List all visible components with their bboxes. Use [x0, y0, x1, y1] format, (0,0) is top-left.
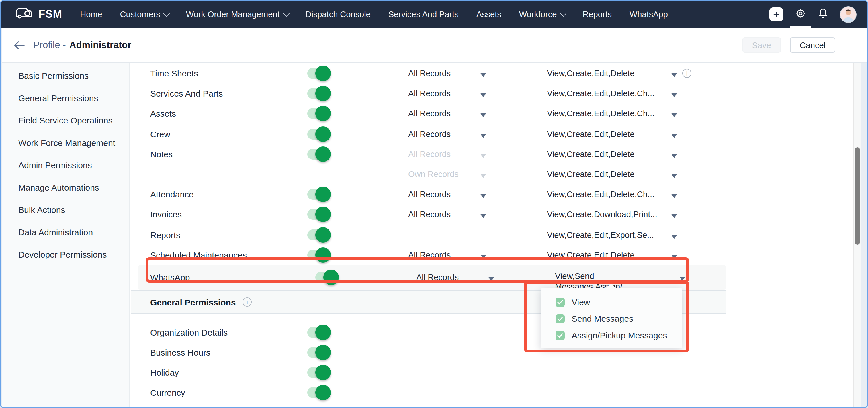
- triangle-glyph: [489, 277, 494, 281]
- nav-item-dispatch-console[interactable]: Dispatch Console: [305, 10, 370, 19]
- dropdown-arrow-icon[interactable]: [480, 130, 486, 140]
- quick-add-button[interactable]: +: [769, 7, 783, 21]
- nav-item-workforce[interactable]: Workforce: [519, 10, 565, 19]
- dropdown-arrow-icon[interactable]: [671, 89, 677, 100]
- nav-item-home[interactable]: Home: [80, 10, 102, 19]
- toggle-knob: [315, 207, 331, 222]
- dropdown-arrow-icon[interactable]: [671, 251, 677, 261]
- permissions-select[interactable]: View,Create,Edit,Delete,Ch...: [547, 89, 654, 98]
- toggle-switch-on[interactable]: [307, 347, 329, 358]
- nav-item-assets[interactable]: Assets: [476, 10, 501, 19]
- toggle-switch-on[interactable]: [307, 149, 329, 160]
- dropdown-arrow-icon[interactable]: [480, 210, 486, 221]
- sidebar-item-bulk-actions[interactable]: Bulk Actions: [18, 205, 65, 215]
- triangle-glyph: [480, 194, 486, 198]
- dropdown-option-send-messages[interactable]: Send Messages: [556, 314, 633, 323]
- dropdown-option-view[interactable]: View: [556, 297, 590, 307]
- dropdown-arrow-icon[interactable]: [480, 89, 486, 100]
- nav-item-whatsapp[interactable]: WhatsApp: [629, 10, 668, 19]
- nav-item-reports[interactable]: Reports: [583, 10, 612, 19]
- dropdown-arrow-icon[interactable]: [480, 190, 486, 200]
- records-scope-select[interactable]: All Records: [408, 210, 451, 219]
- permissions-select[interactable]: View,Create,Edit,Delete: [547, 150, 635, 159]
- dropdown-arrow-icon[interactable]: [671, 130, 677, 140]
- checkbox-checked-icon[interactable]: [556, 297, 565, 307]
- permissions-select[interactable]: View,Create,Edit,Delete: [547, 69, 635, 78]
- module-row-time-sheets: Time SheetsAll RecordsView,Create,Edit,D…: [130, 63, 853, 83]
- sidebar-item-field-service-operations[interactable]: Field Service Operations: [18, 116, 113, 125]
- sidebar-item-admin-permissions[interactable]: Admin Permissions: [18, 160, 92, 170]
- toggle-knob: [315, 345, 331, 360]
- save-button[interactable]: Save: [742, 37, 781, 53]
- toggle-switch-on[interactable]: [307, 88, 329, 99]
- info-icon[interactable]: i: [682, 69, 691, 78]
- dropdown-arrow-icon[interactable]: [480, 69, 486, 80]
- records-scope-select[interactable]: All Records: [408, 69, 451, 78]
- records-scope-select[interactable]: All Records: [408, 89, 451, 98]
- back-arrow-icon[interactable]: [14, 40, 25, 50]
- toggle-switch-on[interactable]: [307, 387, 329, 398]
- scrollbar-thumb[interactable]: [855, 147, 860, 245]
- dropdown-arrow-icon[interactable]: [671, 170, 677, 181]
- sidebar-item-data-administration[interactable]: Data Administration: [18, 227, 93, 237]
- permissions-select[interactable]: View,Create,Edit,Delete: [547, 250, 635, 259]
- cancel-button[interactable]: Cancel: [790, 37, 835, 53]
- records-scope-select[interactable]: All Records: [408, 250, 451, 259]
- toggle-switch-on[interactable]: [307, 250, 329, 260]
- brand[interactable]: FSM: [15, 6, 62, 22]
- sidebar-item-basic-permissions[interactable]: Basic Permissions: [18, 71, 89, 81]
- dropdown-arrow-icon[interactable]: [480, 170, 486, 181]
- toggle-switch-on[interactable]: [315, 272, 337, 283]
- records-scope-select[interactable]: All Records: [408, 129, 451, 138]
- toggle-switch-on[interactable]: [307, 229, 329, 240]
- nav-item-label: Dispatch Console: [305, 10, 370, 19]
- records-scope-select[interactable]: All Records: [408, 190, 451, 199]
- breadcrumb[interactable]: Profile -: [33, 39, 66, 51]
- triangle-glyph: [671, 194, 677, 198]
- user-avatar[interactable]: [840, 6, 857, 23]
- records-scope-select[interactable]: All Records: [416, 273, 459, 282]
- triangle-glyph: [671, 114, 677, 118]
- toggle-switch-on[interactable]: [307, 326, 329, 338]
- brand-name: FSM: [38, 8, 62, 21]
- info-icon[interactable]: i: [243, 297, 252, 307]
- sidebar-item-developer-permissions[interactable]: Developer Permissions: [18, 250, 106, 259]
- dropdown-option-assign-pickup-messages[interactable]: Assign/Pickup Messages: [556, 331, 667, 340]
- checkbox-checked-icon[interactable]: [556, 331, 565, 340]
- toggle-switch-on[interactable]: [307, 189, 329, 200]
- toggle-switch-on[interactable]: [307, 367, 329, 378]
- dropdown-arrow-icon[interactable]: [671, 110, 677, 120]
- toggle-switch-on[interactable]: [307, 128, 329, 139]
- dropdown-arrow-icon[interactable]: [671, 210, 677, 221]
- notifications-bell-icon[interactable]: [818, 8, 828, 21]
- dropdown-arrow-icon[interactable]: [671, 231, 677, 241]
- dropdown-arrow-icon[interactable]: [679, 273, 685, 283]
- permissions-select[interactable]: View,Create,Edit,Export,Se...: [547, 230, 654, 239]
- dropdown-arrow-icon[interactable]: [480, 110, 486, 120]
- gear-icon[interactable]: [795, 8, 806, 21]
- nav-item-work-order-management[interactable]: Work Order Management: [186, 10, 288, 19]
- toggle-switch-on[interactable]: [307, 68, 329, 79]
- dropdown-arrow-icon[interactable]: [671, 150, 677, 160]
- toggle-knob: [315, 247, 331, 263]
- dropdown-arrow-icon[interactable]: [671, 190, 677, 200]
- permissions-select[interactable]: View,Create,Download,Print...: [547, 210, 657, 219]
- checkbox-checked-icon[interactable]: [556, 314, 565, 323]
- permissions-select[interactable]: View,Create,Edit,Delete: [547, 129, 635, 138]
- records-scope-select[interactable]: All Records: [408, 109, 451, 118]
- toggle-switch-on[interactable]: [307, 108, 329, 119]
- permissions-select[interactable]: View,Create,Edit,Delete,Ch...: [547, 190, 654, 199]
- toggle-switch-on[interactable]: [307, 209, 329, 220]
- sidebar-item-manage-automations[interactable]: Manage Automations: [18, 183, 99, 192]
- nav-item-customers[interactable]: Customers: [120, 10, 168, 19]
- sidebar-item-work-force-management[interactable]: Work Force Management: [18, 138, 115, 148]
- triangle-glyph: [480, 73, 486, 77]
- nav-item-services-and-parts[interactable]: Services And Parts: [389, 10, 459, 19]
- permissions-select[interactable]: View,Create,Edit,Delete: [547, 169, 635, 179]
- dropdown-arrow-icon[interactable]: [671, 69, 677, 80]
- dropdown-arrow-icon[interactable]: [489, 273, 494, 284]
- sidebar-item-general-permissions[interactable]: General Permissions: [18, 93, 98, 103]
- dropdown-arrow-icon[interactable]: [480, 251, 486, 261]
- dropdown-arrow-icon[interactable]: [480, 150, 486, 160]
- permissions-select[interactable]: View,Create,Edit,Delete,Ch...: [547, 109, 654, 118]
